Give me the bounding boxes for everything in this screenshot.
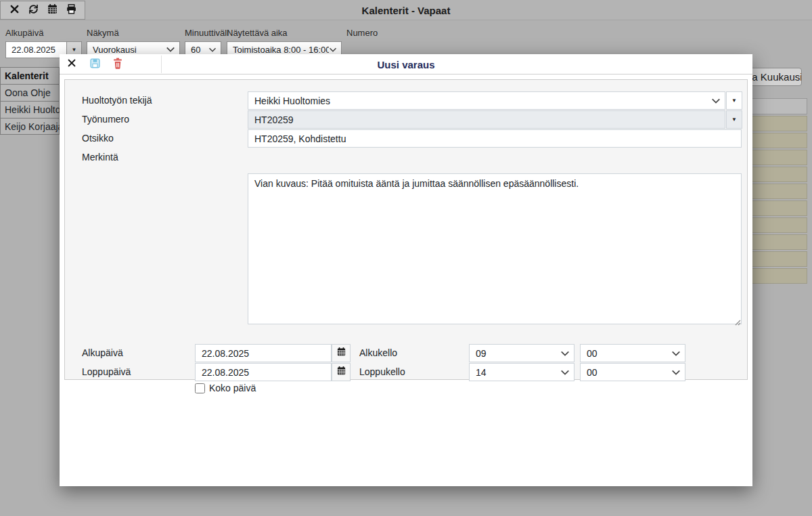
chevron-down-icon <box>166 45 175 55</box>
calendars-sidebar: Kalenterit Oona Ohje Heikki Huoltomies K… <box>0 67 60 135</box>
naytettava-aika-filter-value: Toimistoaika 8:00 - 16:00 <box>227 45 329 55</box>
loppukello-hour-value: 14 <box>470 367 560 378</box>
calendar-column-header <box>744 98 807 114</box>
alkupaiva-calendar-button[interactable] <box>332 344 351 362</box>
sidebar-item-heikki-huoltomies[interactable]: Heikki Huoltomies <box>0 101 60 118</box>
tekija-extra-dropdown-button[interactable]: ▼ <box>726 91 742 110</box>
alkupaiva-filter-label: Alkupäivä <box>5 28 43 38</box>
alkukello-minute-value: 00 <box>581 348 671 359</box>
loppukello-label: Loppukello <box>359 363 405 381</box>
nakyma-filter-value: Vuorokausi <box>87 45 166 55</box>
sidebar-item-keijo-korjaaja[interactable]: Keijo Korjaaja <box>0 118 60 135</box>
tyonumero-label: Työnumero <box>82 110 129 129</box>
dialog-close-button[interactable] <box>65 58 78 71</box>
calendar-icon <box>336 347 346 360</box>
alkukello-hour-value: 09 <box>470 348 560 359</box>
chevron-down-icon <box>208 45 217 55</box>
loppupaiva-label: Loppupäivä <box>82 363 131 381</box>
loppupaiva-input[interactable] <box>195 363 332 381</box>
calendar-icon <box>336 366 346 379</box>
trash-icon <box>112 58 123 72</box>
chevron-down-icon <box>329 45 337 55</box>
naytettava-aika-filter-label: Näytettävä aika <box>227 28 288 38</box>
alkupaiva-input[interactable] <box>195 344 332 362</box>
tekija-label: Huoltotyön tekijä <box>82 91 152 110</box>
close-window-button[interactable] <box>6 2 22 18</box>
minuuttivali-filter-label: Minuuttiväli <box>185 28 229 38</box>
loppukello-hour-select[interactable]: 14 <box>469 363 574 381</box>
alkupaiva-filter-value: 22.08.2025 <box>6 45 66 55</box>
window-title: Kalenterit - Vapaat <box>0 0 812 20</box>
chevron-down-icon <box>560 348 570 359</box>
merkinta-label: Merkintä <box>82 148 118 167</box>
triangle-down-icon: ▼ <box>731 98 737 104</box>
month-nav-button[interactable]: na Kuukausi <box>744 68 802 86</box>
calendar-slot-row[interactable] <box>744 150 807 165</box>
header-divider <box>161 56 162 73</box>
chevron-down-icon <box>560 367 570 378</box>
print-icon <box>66 3 77 18</box>
top-toolbar: Kalenterit - Vapaat <box>0 0 812 20</box>
triangle-down-icon: ▼ <box>731 116 737 123</box>
tyonumero-value: HT20259 <box>248 114 725 125</box>
sidebar-header: Kalenterit <box>0 67 60 84</box>
dialog-delete-button[interactable] <box>111 58 125 71</box>
calendar-slot-row[interactable] <box>744 234 807 250</box>
koko-paiva-checkbox[interactable] <box>195 383 205 393</box>
save-floppy-icon <box>89 58 101 72</box>
dialog-header: Uusi varaus <box>60 54 752 74</box>
alkukello-label: Alkukello <box>359 344 397 362</box>
koko-paiva-row: Koko päivä <box>195 383 256 393</box>
close-icon <box>9 4 20 17</box>
calendar-slot-row[interactable] <box>744 200 807 216</box>
refresh-button[interactable] <box>25 2 41 18</box>
koko-paiva-label: Koko päivä <box>209 383 256 393</box>
otsikko-input[interactable] <box>248 129 742 148</box>
sidebar-item-oona-ohje[interactable]: Oona Ohje <box>0 84 60 101</box>
uusi-varaus-dialog: Uusi varaus <box>60 54 752 486</box>
calendar-slot-row[interactable] <box>744 133 807 148</box>
tyonumero-field[interactable]: HT20259 <box>248 110 725 129</box>
merkinta-textarea[interactable]: Vian kuvaus: Pitää omituista ääntä ja ju… <box>248 173 742 324</box>
numero-filter-label: Numero <box>346 28 378 38</box>
chevron-down-icon <box>671 367 681 378</box>
tekija-select[interactable]: Heikki Huoltomies <box>248 91 725 110</box>
otsikko-label: Otsikko <box>82 129 114 148</box>
chevron-down-icon <box>671 348 681 359</box>
dialog-save-button[interactable] <box>88 58 102 71</box>
toolbar-icon-group <box>0 1 85 20</box>
loppukello-minute-value: 00 <box>581 367 671 378</box>
calendar-icon <box>47 3 58 18</box>
print-button[interactable] <box>63 2 79 18</box>
calendar-slot-row[interactable] <box>744 167 807 182</box>
tyonumero-dropdown-button[interactable]: ▼ <box>726 110 742 129</box>
dialog-title: Uusi varaus <box>60 54 752 74</box>
chevron-down-icon <box>711 95 721 106</box>
calendar-slot-row[interactable] <box>744 184 807 199</box>
reservation-form-panel: Huoltotyön tekijä Työnumero Otsikko Merk… <box>64 79 748 380</box>
calendar-slot-row[interactable] <box>744 217 807 233</box>
close-icon <box>67 58 76 70</box>
loppupaiva-calendar-button[interactable] <box>332 363 351 381</box>
refresh-icon <box>28 3 39 18</box>
calendar-slot-row[interactable] <box>744 251 807 267</box>
minuuttivali-filter-value: 60 <box>185 45 208 55</box>
calendar-view-button[interactable] <box>44 2 60 18</box>
calendar-slot-row[interactable] <box>744 268 807 284</box>
triangle-down-icon: ▼ <box>72 47 77 53</box>
calendar-slot-row[interactable] <box>744 116 807 131</box>
alkukello-minute-select[interactable]: 00 <box>580 344 685 362</box>
alkupaiva-label: Alkupäivä <box>82 344 123 362</box>
nakyma-filter-label: Näkymä <box>87 28 119 38</box>
alkukello-hour-select[interactable]: 09 <box>469 344 574 362</box>
calendar-column <box>744 98 807 285</box>
tekija-value: Heikki Huoltomies <box>248 95 711 106</box>
loppukello-minute-select[interactable]: 00 <box>580 363 685 381</box>
